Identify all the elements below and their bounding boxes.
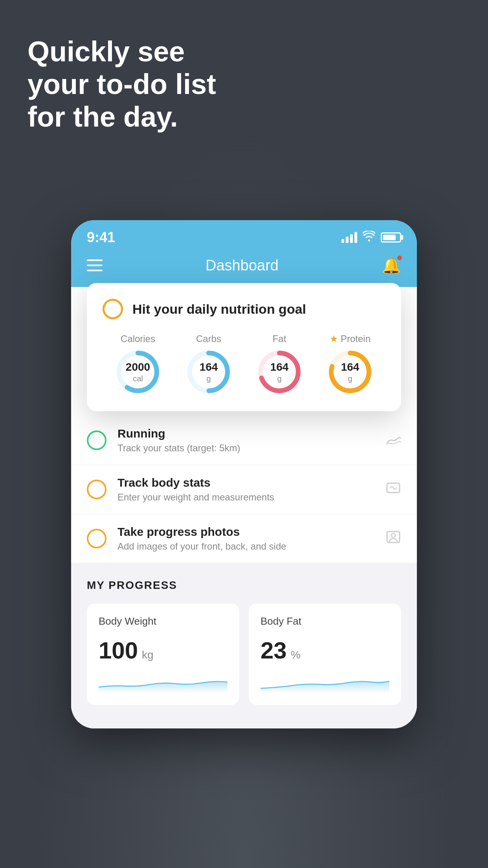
todo-title-running: Running (117, 427, 374, 440)
body-fat-value-row: 23 % (261, 637, 389, 664)
todo-title-progress-photos: Take progress photos (117, 525, 374, 539)
fat-label: Fat (273, 333, 286, 344)
body-weight-chart (99, 673, 227, 693)
protein-value-text: 164 g (341, 360, 360, 383)
phone-mockup: 9:41 Dashb (71, 220, 417, 728)
todo-item-body-stats[interactable]: Track body stats Enter your weight and m… (71, 465, 417, 514)
carbs-label: Carbs (196, 333, 221, 344)
battery-icon (381, 232, 401, 243)
signal-icon (341, 232, 357, 243)
body-fat-chart (261, 673, 389, 693)
wifi-icon (363, 231, 375, 245)
status-icons (341, 231, 401, 245)
phone-bottom-bar (71, 705, 417, 728)
svg-point-10 (391, 533, 395, 537)
running-icon (385, 432, 401, 449)
person-icon (385, 530, 401, 548)
scale-icon (385, 481, 401, 498)
calories-value-text: 2000 cal (126, 360, 150, 383)
progress-cards: Body Weight 100 kg (87, 603, 401, 705)
body-weight-value-row: 100 kg (99, 637, 227, 664)
todo-text-body-stats: Track body stats Enter your weight and m… (117, 476, 374, 503)
todo-item-progress-photos[interactable]: Take progress photos Add images of your … (71, 514, 417, 563)
status-bar: 9:41 (71, 220, 417, 248)
todo-title-body-stats: Track body stats (117, 476, 374, 489)
nutrition-circles: Calories 2000 cal Carbs (103, 333, 385, 395)
hamburger-menu[interactable] (87, 259, 103, 271)
body-fat-value: 23 (261, 637, 287, 664)
body-weight-value: 100 (99, 637, 138, 664)
todo-text-running: Running Track your stats (target: 5km) (117, 427, 374, 454)
todo-text-progress-photos: Take progress photos Add images of your … (117, 525, 374, 552)
app-header: Dashboard 🔔 (71, 248, 417, 287)
card-check-circle (103, 299, 123, 319)
todo-check-progress-photos (87, 529, 106, 548)
body-weight-unit: kg (142, 649, 154, 661)
star-icon: ★ (330, 333, 338, 344)
app-content: THINGS TO DO TODAY Hit your daily nutrit… (71, 287, 417, 728)
card-title: Hit your daily nutrition goal (132, 302, 306, 317)
body-fat-card-title: Body Fat (261, 615, 389, 627)
nutrition-calories: Calories 2000 cal (114, 333, 161, 395)
calories-donut: 2000 cal (114, 348, 161, 395)
progress-title: MY PROGRESS (87, 579, 401, 592)
todo-subtitle-progress-photos: Add images of your front, back, and side (117, 541, 374, 552)
progress-section: MY PROGRESS Body Weight 100 kg (71, 563, 417, 705)
body-fat-unit: % (291, 649, 301, 661)
calories-label: Calories (121, 333, 155, 344)
body-weight-card: Body Weight 100 kg (87, 603, 239, 705)
fat-value-text: 164 g (270, 360, 289, 383)
headline: Quickly see your to-do list for the day. (28, 35, 216, 133)
nutrition-protein: ★ Protein 164 g (327, 333, 374, 395)
nutrition-fat: Fat 164 g (256, 333, 303, 395)
todo-subtitle-body-stats: Enter your weight and measurements (117, 492, 374, 503)
fat-donut: 164 g (256, 348, 303, 395)
todo-check-body-stats (87, 480, 106, 499)
bell-icon[interactable]: 🔔 (382, 256, 401, 275)
todo-item-running[interactable]: Running Track your stats (target: 5km) (71, 416, 417, 465)
protein-donut: 164 g (327, 348, 374, 395)
body-weight-card-title: Body Weight (99, 615, 227, 627)
nutrition-carbs: Carbs 164 g (185, 333, 232, 395)
todo-check-running (87, 430, 106, 450)
header-title: Dashboard (205, 257, 279, 274)
notification-dot (396, 255, 403, 261)
body-fat-card: Body Fat 23 % (249, 603, 401, 705)
card-header: Hit your daily nutrition goal (103, 299, 385, 319)
todo-subtitle-running: Track your stats (target: 5km) (117, 443, 374, 454)
nutrition-card: Hit your daily nutrition goal Calories 2… (87, 283, 401, 411)
carbs-donut: 164 g (185, 348, 232, 395)
protein-label: ★ Protein (330, 333, 371, 344)
status-time: 9:41 (87, 229, 115, 246)
carbs-value-text: 164 g (200, 360, 218, 383)
